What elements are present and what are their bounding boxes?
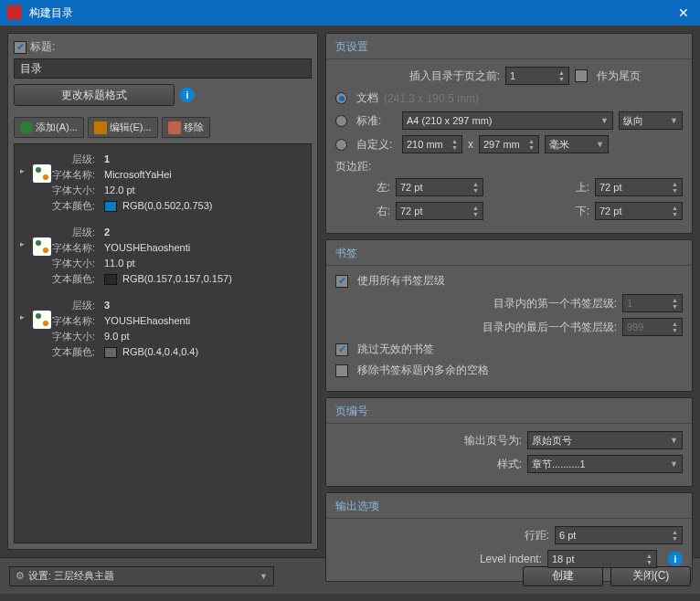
use-all-levels-checkbox[interactable]: [335, 275, 348, 288]
expand-icon[interactable]: ▸: [20, 312, 25, 322]
first-level-spinner[interactable]: 1▲▼: [622, 294, 683, 312]
level-item[interactable]: ▸层级:1字体名称:MicrosoftYaHei字体大小:12.0 pt文本颜色…: [15, 148, 311, 221]
page-number-section: 页编号 输出页号为:原始页号▼ 样式:章节..........1▼: [325, 397, 693, 487]
title-checkbox[interactable]: [14, 41, 27, 54]
level-icon: [33, 311, 51, 329]
standard-size-combo[interactable]: A4 (210 x 297 mm)▼: [402, 111, 613, 130]
edit-button[interactable]: 编辑(E)...: [88, 117, 158, 138]
expand-icon[interactable]: ▸: [20, 239, 25, 248]
custom-width-spinner[interactable]: 210 mm▲▼: [402, 135, 462, 153]
levels-toolbar: 添加(A)... 编辑(E)... 移除: [14, 117, 312, 138]
titlebar: 构建目录 ✕: [0, 0, 700, 26]
info-icon[interactable]: i: [668, 552, 683, 566]
level-indent-spinner[interactable]: 18 pt▲▼: [547, 550, 657, 568]
margin-right-spinner[interactable]: 72 pt▲▼: [396, 202, 483, 220]
margin-left-spinner[interactable]: 72 pt▲▼: [396, 178, 483, 196]
as-last-page-label: 作为尾页: [597, 69, 641, 84]
doc-dims: (241.3 x 190.5 mm): [384, 92, 479, 105]
title-input[interactable]: [14, 58, 312, 79]
app-icon: [7, 5, 22, 20]
change-title-format-button[interactable]: 更改标题格式: [14, 84, 175, 106]
close-button[interactable]: 关闭(C): [610, 566, 691, 586]
level-item[interactable]: ▸层级:3字体名称:YOUSHEhaoshenti字体大小:9.0 pt文本颜色…: [15, 294, 311, 367]
level-item[interactable]: ▸层级:2字体名称:YOUSHEhaoshenti字体大小:11.0 pt文本颜…: [15, 221, 311, 294]
standard-radio-label: 标准:: [356, 113, 397, 129]
plus-icon: [20, 121, 33, 134]
margin-bottom-spinner[interactable]: 72 pt▲▼: [595, 202, 683, 220]
create-button[interactable]: 创建: [523, 566, 603, 586]
doc-radio-label: 文档: [356, 90, 378, 106]
standard-radio[interactable]: [335, 115, 347, 127]
orientation-combo[interactable]: 纵向▼: [619, 111, 683, 130]
margin-top-spinner[interactable]: 72 pt▲▼: [595, 178, 683, 196]
as-last-page-checkbox[interactable]: [575, 69, 588, 82]
custom-height-spinner[interactable]: 297 mm▲▼: [479, 135, 539, 153]
level-icon: [33, 164, 51, 183]
last-level-spinner[interactable]: 999▲▼: [622, 318, 683, 336]
section-title: 页设置: [326, 34, 692, 59]
doc-radio[interactable]: [335, 92, 347, 104]
pencil-icon: [94, 121, 107, 134]
info-icon[interactable]: i: [180, 88, 195, 102]
right-panel: 页设置 插入目录于页之前: 1▲▼ 作为尾页 文档 (241.3 x 190.5…: [325, 33, 693, 550]
levels-list: ▸层级:1字体名称:MicrosoftYaHei字体大小:12.0 pt文本颜色…: [14, 143, 312, 543]
style-combo[interactable]: 章节..........1▼: [527, 455, 683, 473]
custom-radio[interactable]: [335, 139, 347, 151]
level-icon: [33, 237, 51, 256]
gear-icon: ⚙: [16, 570, 25, 581]
left-panel: 标题: 更改标题格式 i 添加(A)... 编辑(E)... 移除 ▸层级:1字…: [7, 33, 318, 550]
skip-invalid-checkbox[interactable]: [335, 343, 348, 356]
output-as-combo[interactable]: 原始页号▼: [527, 431, 683, 449]
strip-spaces-checkbox[interactable]: [335, 364, 348, 377]
insert-before-label: 插入目录于页之前:: [335, 69, 500, 84]
add-button[interactable]: 添加(A)...: [14, 117, 84, 138]
custom-radio-label: 自定义:: [356, 137, 397, 153]
line-spacing-spinner[interactable]: 6 pt▲▼: [555, 526, 683, 544]
unit-combo[interactable]: 毫米▼: [545, 135, 609, 153]
settings-theme-combo[interactable]: ⚙设置: 三层经典主题 ▼: [9, 566, 274, 586]
margins-label: 页边距:: [335, 159, 683, 174]
bookmarks-section: 书签 使用所有书签层级 目录内的第一个书签层级:1▲▼ 目录内的最后一个书签层级…: [325, 239, 693, 392]
window-title: 构建目录: [29, 5, 674, 21]
remove-button[interactable]: 移除: [162, 117, 210, 138]
title-label: 标题:: [30, 39, 55, 55]
page-settings-section: 页设置 插入目录于页之前: 1▲▼ 作为尾页 文档 (241.3 x 190.5…: [325, 33, 693, 234]
minus-icon: [168, 121, 181, 134]
insert-before-spinner[interactable]: 1▲▼: [505, 67, 569, 85]
close-icon[interactable]: ✕: [674, 5, 693, 20]
expand-icon[interactable]: ▸: [20, 166, 25, 175]
